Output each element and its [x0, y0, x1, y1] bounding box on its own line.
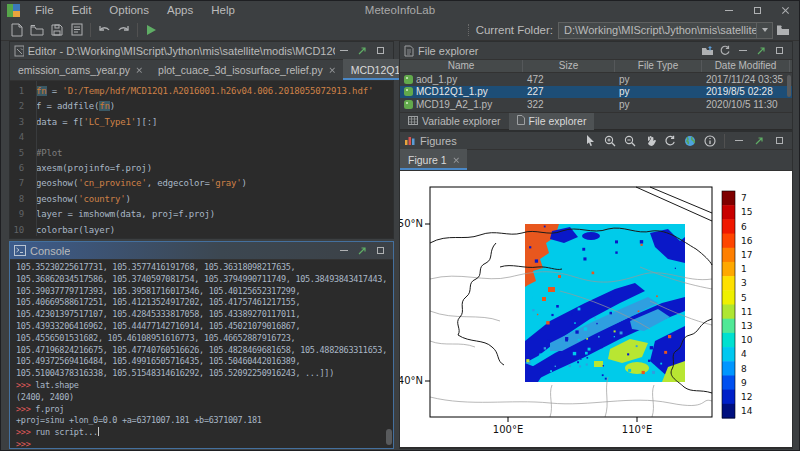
open-folder-icon — [30, 24, 44, 36]
explorer-tab-file-explorer[interactable]: File explorer — [509, 113, 595, 130]
select-tool-button[interactable] — [581, 133, 599, 149]
editor-minimize-button[interactable] — [335, 43, 353, 59]
refresh-button[interactable] — [716, 43, 734, 59]
colorbar-segment — [722, 234, 735, 249]
console-line: 105.40669588617251, 105.41213524917202, … — [16, 297, 389, 309]
console-scrollbar[interactable] — [386, 429, 392, 445]
console-panel: Console 105.35230225617731, 105.35774161… — [9, 241, 394, 449]
folder-up-button[interactable] — [698, 43, 716, 59]
table-row[interactable]: MCD19_A2_1.py322py2020/10/5 11:30 — [400, 98, 792, 111]
save-icon — [51, 24, 63, 36]
file-size: 472 — [523, 74, 615, 85]
console-output[interactable]: 105.35230225617731, 105.3577416191768, 1… — [10, 260, 393, 448]
app-logo-icon — [7, 4, 20, 17]
zoom-out-icon — [624, 135, 636, 147]
code-editor[interactable]: 1fn = 'D:/Temp/hdf/MCD12Q1.A2016001.h26v… — [10, 81, 393, 236]
code-line: 4 — [10, 130, 393, 145]
editor-tab[interactable]: emission_cams_year.py — [10, 59, 150, 80]
identify-tool-button[interactable] — [701, 133, 719, 149]
tab-label: File explorer — [529, 115, 587, 127]
column-header[interactable]: File Type — [615, 60, 702, 72]
browse-folder-button[interactable] — [773, 21, 793, 39]
zoom-out-button[interactable] — [621, 133, 639, 149]
figures-maximize-button[interactable] — [770, 133, 788, 149]
file-date: 2020/10/5 11:30 — [702, 99, 790, 110]
close-button[interactable] — [771, 1, 799, 19]
tab-close-icon[interactable] — [452, 157, 457, 162]
main-toolbar: Current Folder: D:\Working\MIScript\Jyth… — [1, 19, 799, 41]
tab-label: Figure 1 — [408, 154, 447, 166]
file-size: 362 — [523, 111, 615, 112]
explorer-tab-variable-explorer[interactable]: Variable explorer — [400, 113, 509, 130]
colorbar-label: 14 — [741, 406, 753, 416]
pan-tool-button[interactable] — [641, 133, 659, 149]
colorbar: 715616171351113104891214 — [722, 191, 753, 419]
menu-help[interactable]: Help — [202, 1, 244, 19]
globe-tool-button[interactable] — [681, 133, 699, 149]
figure-canvas[interactable]: 50°N 40°N 100°E 110°E 715616171351113104… — [400, 171, 792, 447]
file-table-scrollbar[interactable] — [787, 75, 791, 97]
editor-maximize-button[interactable] — [371, 43, 389, 59]
editor-tab-bar: emission_cams_year.pyplot_cuace_3d_isosu… — [10, 60, 393, 81]
console-line: >>> f.proj — [16, 404, 389, 416]
line-number: 5 — [10, 146, 32, 161]
console-line: 105.43933206416962, 105.44477142716914, … — [16, 321, 389, 333]
colorbar-segment — [722, 375, 735, 390]
colorbar-segment — [722, 248, 735, 263]
save-button[interactable] — [47, 21, 67, 39]
minimize-button[interactable] — [715, 1, 743, 19]
globe-icon — [684, 135, 696, 147]
column-header[interactable]: Size — [523, 60, 615, 72]
editor-tab[interactable]: plot_cuace_3d_isosurface_relief.py — [150, 59, 343, 80]
console-minimize-button[interactable] — [335, 243, 353, 259]
current-folder-combobox[interactable]: D:\Working\MIScript\Jython\mis\satellite… — [558, 22, 773, 39]
tab-label: emission_cams_year.py — [18, 64, 130, 76]
column-header[interactable]: Date Modified — [702, 60, 790, 72]
undo-button[interactable] — [94, 21, 114, 39]
save-all-button[interactable] — [67, 21, 87, 39]
menu-edit[interactable]: Edit — [63, 1, 101, 19]
new-file-button[interactable] — [7, 21, 27, 39]
colorbar-segment — [722, 319, 735, 334]
redo-button[interactable] — [114, 21, 134, 39]
save-all-icon — [71, 23, 83, 36]
tab-close-icon[interactable] — [329, 67, 334, 72]
figures-title-bar: Figures — [400, 132, 792, 150]
figures-minimize-button[interactable] — [730, 133, 748, 149]
table-row[interactable]: MCD19_A2_2.py362py2020/3/19 10:45 — [400, 111, 792, 113]
editor-float-button[interactable] — [353, 43, 371, 59]
line-number: 1 — [10, 84, 32, 99]
folder-up-icon — [701, 45, 714, 56]
file-explorer-float-button[interactable] — [752, 43, 770, 59]
zoom-in-button[interactable] — [601, 133, 619, 149]
python-file-icon — [404, 100, 413, 109]
figures-float-button[interactable] — [750, 133, 768, 149]
figure-tab[interactable]: Figure 1 — [400, 149, 467, 170]
menu-file[interactable]: File — [26, 1, 63, 19]
run-script-button[interactable] — [141, 21, 161, 39]
file-explorer-minimize-button[interactable] — [734, 43, 752, 59]
line-number: 9 — [10, 207, 32, 222]
table-row[interactable]: MCD12Q1_1.py227py2019/8/5 02:28 — [400, 86, 792, 99]
open-file-button[interactable] — [27, 21, 47, 39]
line-number: 2 — [10, 99, 32, 114]
maximize-icon — [776, 137, 783, 144]
table-row[interactable]: aod_1.py472py2017/11/24 03:35 — [400, 73, 792, 86]
rotate-tool-button[interactable] — [661, 133, 679, 149]
file-table: NameSizeFile TypeDate Modified aod_1.py4… — [400, 60, 792, 112]
float-arrow-icon — [358, 246, 367, 255]
file-explorer-maximize-button[interactable] — [770, 43, 788, 59]
tab-close-icon[interactable] — [136, 67, 141, 72]
figure-tab-bar: Figure 1 — [400, 150, 792, 171]
console-line: +proj=sinu +lon_0=0.0 +a=6371007.181 +b=… — [16, 415, 389, 427]
console-float-button[interactable] — [353, 243, 371, 259]
console-line: 105.39037779717393, 105.39581716017346, … — [16, 286, 389, 298]
console-maximize-button[interactable] — [371, 243, 389, 259]
maximize-button[interactable] — [743, 1, 771, 19]
menu-apps[interactable]: Apps — [158, 1, 202, 19]
menu-options[interactable]: Options — [100, 1, 158, 19]
combo-dropdown-button[interactable] — [756, 23, 772, 38]
float-arrow-icon — [755, 136, 764, 145]
column-header[interactable]: Name — [400, 60, 523, 72]
file-explorer-title: File explorer — [418, 45, 479, 57]
